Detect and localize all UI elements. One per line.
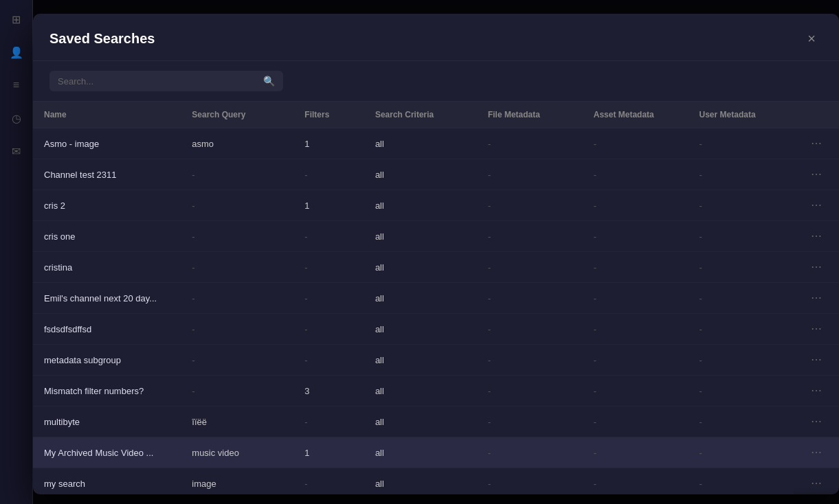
cell-actions: ⋯: [794, 221, 839, 252]
cell-filters: -: [293, 345, 364, 376]
sidebar: ⊞ 👤 ≡ ◷ ✉: [0, 0, 33, 504]
cell-asset_metadata: -: [583, 376, 689, 406]
cell-query: asmo: [181, 128, 293, 159]
table-row[interactable]: Emil's channel next 20 day...--all---⋯: [33, 283, 839, 314]
cell-query: -: [181, 314, 293, 345]
more-options-button[interactable]: ⋯: [805, 290, 827, 306]
cell-file_metadata: -: [477, 376, 583, 406]
sidebar-icon-list[interactable]: ≡: [5, 74, 27, 96]
search-bar: 🔍: [33, 61, 839, 102]
col-header-name: Name: [33, 102, 181, 128]
cell-asset_metadata: -: [583, 468, 689, 495]
sidebar-icon-grid[interactable]: ⊞: [5, 8, 27, 30]
cell-search_criteria: all: [364, 406, 477, 437]
close-button[interactable]: ×: [801, 27, 823, 49]
cell-asset_metadata: -: [583, 437, 689, 468]
more-options-button[interactable]: ⋯: [805, 135, 827, 152]
cell-actions: ⋯: [794, 345, 839, 376]
cell-asset_metadata: -: [583, 283, 689, 314]
cell-actions: ⋯: [794, 314, 839, 345]
cell-query: -: [181, 221, 293, 252]
cell-search_criteria: all: [364, 128, 477, 159]
cell-search_criteria: all: [364, 283, 477, 314]
more-options-button[interactable]: ⋯: [805, 259, 827, 275]
cell-name: Mismatch filter numbers?: [33, 376, 181, 406]
cell-name: Asmo - image: [33, 128, 181, 159]
table-row[interactable]: My Archived Music Video ...music video1a…: [33, 437, 839, 468]
cell-user_metadata: -: [689, 376, 794, 406]
cell-file_metadata: -: [477, 159, 583, 190]
cell-name: my search: [33, 468, 181, 495]
cell-file_metadata: -: [477, 437, 583, 468]
cell-search_criteria: all: [364, 252, 477, 283]
cell-actions: ⋯: [794, 190, 839, 221]
cell-file_metadata: -: [477, 252, 583, 283]
more-options-button[interactable]: ⋯: [805, 228, 827, 244]
cell-actions: ⋯: [794, 252, 839, 283]
sidebar-icon-mail[interactable]: ✉: [5, 140, 27, 162]
more-options-button[interactable]: ⋯: [805, 444, 827, 461]
more-options-button[interactable]: ⋯: [805, 166, 827, 183]
cell-filters: 1: [293, 190, 364, 221]
cell-user_metadata: -: [689, 437, 794, 468]
cell-asset_metadata: -: [583, 128, 689, 159]
cell-user_metadata: -: [689, 190, 794, 221]
table-row[interactable]: Mismatch filter numbers?-3all---⋯: [33, 376, 839, 406]
cell-user_metadata: -: [689, 314, 794, 345]
search-input[interactable]: [58, 76, 258, 87]
cell-query: -: [181, 190, 293, 221]
main-content: Saved Searches × 🔍 Name Search Qu: [33, 0, 839, 504]
cell-filters: 1: [293, 128, 364, 159]
more-options-button[interactable]: ⋯: [805, 352, 827, 368]
table-row[interactable]: metadata subgroup--all---⋯: [33, 345, 839, 376]
cell-file_metadata: -: [477, 314, 583, 345]
cell-asset_metadata: -: [583, 314, 689, 345]
more-options-button[interactable]: ⋯: [805, 475, 827, 492]
cell-user_metadata: -: [689, 345, 794, 376]
cell-file_metadata: -: [477, 406, 583, 437]
table-row[interactable]: Channel test 2311--all---⋯: [33, 159, 839, 190]
cell-filters: -: [293, 221, 364, 252]
col-header-file-metadata: File Metadata: [477, 102, 583, 128]
saved-searches-modal: Saved Searches × 🔍 Name Search Qu: [33, 14, 839, 494]
cell-name: My Archived Music Video ...: [33, 437, 181, 468]
table-row[interactable]: cris 2-1all---⋯: [33, 190, 839, 221]
col-header-search-criteria: Search Criteria: [364, 102, 477, 128]
cell-query: -: [181, 283, 293, 314]
col-header-user-metadata: User Metadata: [689, 102, 794, 128]
cell-search_criteria: all: [364, 159, 477, 190]
cell-name: metadata subgroup: [33, 345, 181, 376]
col-header-filters: Filters: [293, 102, 364, 128]
sidebar-icon-user[interactable]: 👤: [5, 41, 27, 63]
cell-asset_metadata: -: [583, 406, 689, 437]
cell-query: music video: [181, 437, 293, 468]
cell-file_metadata: -: [477, 128, 583, 159]
cell-file_metadata: -: [477, 345, 583, 376]
more-options-button[interactable]: ⋯: [805, 413, 827, 430]
cell-asset_metadata: -: [583, 221, 689, 252]
table-row[interactable]: fsdsdfsdffsd--all---⋯: [33, 314, 839, 345]
cell-actions: ⋯: [794, 406, 839, 437]
modal-header: Saved Searches ×: [33, 14, 839, 61]
cell-search_criteria: all: [364, 190, 477, 221]
cell-query: image: [181, 468, 293, 495]
table-row[interactable]: cristina--all---⋯: [33, 252, 839, 283]
cell-user_metadata: -: [689, 468, 794, 495]
cell-search_criteria: all: [364, 468, 477, 495]
table-row[interactable]: Asmo - imageasmo1all---⋯: [33, 128, 839, 159]
cell-asset_metadata: -: [583, 345, 689, 376]
cell-query: îïëë: [181, 406, 293, 437]
modal-title: Saved Searches: [49, 31, 155, 47]
sidebar-icon-clock[interactable]: ◷: [5, 107, 27, 129]
table-header-row: Name Search Query Filters Search Criteri…: [33, 102, 839, 128]
cell-filters: 1: [293, 437, 364, 468]
cell-query: -: [181, 345, 293, 376]
cell-name: cris one: [33, 221, 181, 252]
more-options-button[interactable]: ⋯: [805, 382, 827, 399]
more-options-button[interactable]: ⋯: [805, 321, 827, 337]
table-row[interactable]: multibyteîïëë-all---⋯: [33, 406, 839, 437]
cell-search_criteria: all: [364, 221, 477, 252]
more-options-button[interactable]: ⋯: [805, 197, 827, 214]
table-row[interactable]: my searchimage-all---⋯Filters appliedis_…: [33, 468, 839, 495]
table-row[interactable]: cris one--all---⋯: [33, 221, 839, 252]
